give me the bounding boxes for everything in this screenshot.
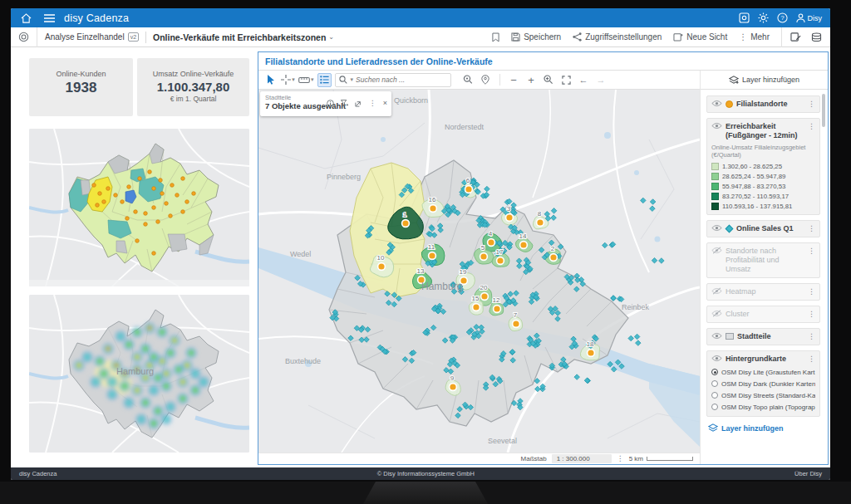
kebab-icon[interactable]: ⋮ [808, 247, 815, 255]
store-marker[interactable] [550, 254, 558, 262]
close-icon[interactable]: × [383, 99, 387, 107]
user-menu[interactable]: Disy [796, 13, 823, 23]
basemap-option[interactable]: OSM Disy Lite (Graustufen Kart... [711, 366, 815, 378]
eye-icon[interactable] [711, 332, 722, 340]
scale-input[interactable]: 1 : 300.000 [552, 454, 612, 463]
search-input[interactable] [356, 76, 430, 84]
bookmark-button[interactable] [492, 32, 499, 42]
layer-card[interactable]: Online Sales Q1⋮ [706, 220, 820, 237]
workbook-icon-button[interactable] [11, 27, 37, 47]
store-marker[interactable] [465, 186, 473, 193]
more-button[interactable]: ⋮ Mehr [739, 32, 770, 42]
map-search[interactable]: ▾ [335, 73, 451, 87]
kebab-icon[interactable]: ⋮ [617, 454, 624, 462]
radio-icon[interactable] [711, 369, 718, 375]
store-marker[interactable] [588, 350, 595, 357]
add-layer-link[interactable]: Layer hinzufügen [708, 423, 820, 433]
frame-capture-icon[interactable] [739, 12, 750, 23]
locate-search-button[interactable] [461, 73, 475, 87]
store-marker[interactable] [537, 219, 544, 227]
store-marker[interactable] [378, 263, 386, 271]
store-marker[interactable] [480, 253, 488, 261]
measure-tool-button[interactable]: ▾ [298, 73, 314, 87]
zoom-out-button[interactable]: − [507, 73, 521, 87]
filter-add-icon[interactable] [341, 100, 348, 107]
layer-card[interactable]: Standorte nach Profitabilität und Umsatz… [706, 242, 820, 278]
history-back-button[interactable]: ← [577, 73, 591, 87]
basemap-option[interactable]: OSM Disy Dark (Dunkler Karten... [711, 378, 815, 389]
store-id-label: 8 [538, 210, 542, 218]
main-map-canvas[interactable]: 1166101113345171914820152189712 Quickbor… [258, 90, 700, 453]
new-view-button[interactable]: Neue Sicht [673, 32, 727, 42]
kebab-icon[interactable]: ⋮ [808, 310, 815, 318]
full-extent-button[interactable] [559, 73, 573, 87]
layer-card[interactable]: Erreichbarkeit (Fußgänger - 12min)⋮Onlin… [706, 118, 820, 215]
save-button[interactable]: Speichern [511, 32, 561, 42]
radio-icon[interactable] [711, 404, 718, 410]
radio-icon[interactable] [711, 392, 718, 399]
chevron-down-icon[interactable]: ⌄ [328, 33, 334, 41]
home-icon[interactable] [17, 12, 34, 25]
store-marker[interactable] [513, 321, 520, 328]
kebab-icon[interactable]: ⋮ [369, 99, 376, 107]
store-marker[interactable] [506, 214, 514, 222]
store-marker[interactable] [430, 205, 437, 213]
data-stack-icon[interactable] [811, 32, 822, 42]
gear-icon[interactable] [758, 12, 769, 23]
store-marker[interactable] [429, 252, 436, 260]
eye-icon[interactable] [711, 355, 722, 362]
eye-icon[interactable] [711, 224, 722, 232]
layer-card[interactable]: Stadtteile⋮ [706, 328, 820, 345]
menu-icon[interactable] [41, 12, 57, 25]
help-icon[interactable]: ? [777, 12, 788, 23]
place-label: Reinbek [622, 303, 650, 311]
footer-about-link[interactable]: Über Disy [794, 470, 822, 477]
store-marker[interactable] [450, 384, 457, 391]
kebab-icon[interactable]: ⋮ [808, 224, 815, 232]
select-tool-button[interactable] [263, 73, 278, 87]
kebab-icon[interactable]: ⋮ [808, 332, 815, 340]
legend-swatch [711, 203, 719, 210]
store-marker[interactable] [497, 257, 504, 265]
eye-off-icon[interactable] [711, 287, 722, 295]
eye-icon[interactable] [711, 122, 722, 130]
layer-card[interactable]: Filialstandorte⋮ [706, 95, 820, 113]
store-marker[interactable] [402, 220, 410, 228]
layer-card[interactable]: Cluster⋮ [706, 306, 820, 323]
minimap-heatmap[interactable]: Hamburg [29, 295, 249, 453]
radio-icon[interactable] [711, 380, 718, 387]
kebab-icon[interactable]: ⋮ [808, 287, 815, 296]
crosshair-tool-button[interactable]: ▾ [281, 73, 295, 87]
workbook-name[interactable]: Analyse Einzelhandel [45, 32, 125, 42]
eye-off-icon[interactable] [711, 310, 722, 317]
export-icon[interactable] [355, 100, 362, 107]
store-marker[interactable] [481, 293, 489, 301]
history-forward-button[interactable]: → [594, 73, 608, 87]
eye-icon[interactable] [711, 100, 722, 107]
store-marker[interactable] [494, 306, 501, 313]
store-dot [121, 200, 125, 204]
eye-off-icon[interactable] [711, 247, 722, 254]
edit-panel-icon[interactable] [790, 32, 801, 42]
kebab-icon[interactable]: ⋮ [808, 355, 815, 363]
scrollbar-thumb[interactable] [822, 94, 825, 127]
zoom-rect-button[interactable] [542, 73, 556, 87]
add-layer-button[interactable]: Layer hinzufügen [701, 71, 828, 90]
store-marker[interactable] [520, 242, 528, 249]
minimap-choropleth[interactable] [29, 129, 249, 286]
zoom-in-button[interactable]: + [524, 73, 539, 87]
layer-card[interactable]: Hintergrundkarte⋮OSM Disy Lite (Graustuf… [706, 350, 820, 417]
view-title[interactable]: Online-Verkäufe mit Erreichbarkeitszonen [153, 32, 326, 42]
info-icon[interactable] [327, 100, 334, 107]
basemap-option[interactable]: OSM Disy Streets (Standard-Ka... [711, 389, 815, 401]
basemap-option[interactable]: OSM Disy Topo plain (Topograp... [711, 401, 815, 413]
store-marker[interactable] [473, 304, 480, 311]
kebab-icon[interactable]: ⋮ [808, 122, 815, 130]
access-settings-button[interactable]: Zugriffseinstellungen [573, 32, 662, 42]
store-marker[interactable] [488, 239, 495, 247]
layer-card[interactable]: Heatmap⋮ [706, 283, 820, 301]
kebab-icon[interactable]: ⋮ [808, 100, 815, 108]
pin-tool-button[interactable] [479, 73, 493, 87]
legend-toggle-button[interactable] [317, 73, 332, 87]
footer-brand[interactable]: disy Cadenza [19, 470, 57, 477]
